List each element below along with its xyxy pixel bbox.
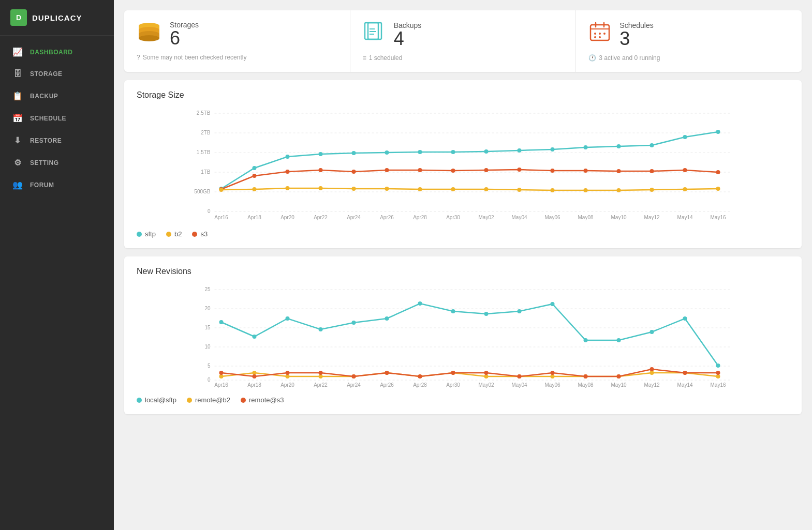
card-schedules-top: Schedules 3 [588,21,789,48]
svg-point-80 [716,170,720,174]
card-schedules: Schedules 3 🕐 3 active and 0 running [576,10,802,72]
backups-icon [363,21,386,48]
svg-point-168 [584,374,588,378]
svg-point-82 [253,187,257,191]
revisions-legend: local@sftp remote@b2 remote@s3 [137,396,789,404]
svg-point-143 [286,374,290,378]
svg-point-61 [617,144,621,148]
card-storages-top: Storages 6 [137,21,337,48]
svg-point-131 [418,301,422,306]
app-logo: D DUPLICACY [0,0,114,36]
svg-point-70 [385,168,389,172]
svg-point-93 [617,188,621,192]
svg-point-71 [418,168,422,172]
svg-text:May06: May06 [544,382,560,388]
s3-dot [192,232,197,237]
sidebar-item-schedule[interactable]: 📅 SCHEDULE [0,107,114,129]
dashboard-icon: 📈 [12,47,23,57]
svg-point-63 [683,135,687,139]
svg-point-165 [484,371,489,375]
svg-point-17 [599,33,601,35]
logo-icon: D [10,9,27,26]
sidebar-item-dashboard[interactable]: 📈 DASHBOARD [0,41,114,63]
revisions-svg: 25 20 15 10 5 0 Apr16 Apr18 Apr20 Apr22 … [137,284,789,388]
svg-text:May12: May12 [644,382,659,388]
svg-point-166 [518,374,522,378]
svg-point-129 [352,321,356,325]
sidebar-item-storage[interactable]: 🗄 STORAGE [0,63,114,85]
svg-point-85 [352,187,356,191]
svg-point-169 [617,374,621,378]
sidebar-item-setting[interactable]: ⚙ SETTING [0,152,114,174]
svg-point-58 [518,148,522,153]
sidebar-label-forum: FORUM [30,181,54,189]
local-sftp-label: local@sftp [145,396,176,404]
svg-text:5: 5 [208,363,211,369]
svg-point-163 [418,374,422,378]
svg-text:May08: May08 [578,215,593,220]
svg-text:1.5TB: 1.5TB [197,149,211,155]
svg-text:Apr30: Apr30 [446,215,460,220]
backups-value: 4 [394,29,422,48]
sidebar-label-schedule: SCHEDULE [30,115,66,122]
schedules-icon [588,21,611,48]
revisions-chart-title: New Revisions [137,267,789,276]
svg-point-134 [518,309,522,313]
svg-point-57 [484,149,489,154]
svg-point-75 [551,169,555,173]
svg-text:Apr18: Apr18 [247,382,261,388]
schedules-value: 3 [619,29,653,48]
svg-point-77 [617,169,621,173]
sidebar-label-restore: RESTORE [30,137,62,144]
svg-text:0: 0 [208,377,211,383]
schedule-icon: 📅 [12,113,23,123]
svg-point-128 [319,327,323,331]
svg-point-16 [594,33,596,35]
svg-point-170 [650,367,654,371]
backups-subtitle: ≡ 1 scheduled [363,54,564,62]
svg-point-125 [219,320,224,324]
svg-point-164 [451,371,455,375]
legend-remote-s3: remote@s3 [241,396,284,404]
svg-point-69 [352,170,356,174]
svg-point-72 [451,169,455,173]
legend-local-sftp: local@sftp [137,396,176,404]
svg-point-96 [716,187,720,191]
svg-text:May04: May04 [511,215,527,220]
forum-icon: 👥 [12,180,23,190]
svg-point-64 [716,130,720,134]
svg-text:Apr16: Apr16 [214,215,228,220]
card-storages: Storages 6 ? Some may not been checked r… [124,10,350,72]
svg-point-135 [551,302,555,306]
legend-remote-b2: remote@b2 [187,396,230,404]
svg-text:May14: May14 [677,215,692,220]
svg-point-126 [253,335,257,339]
sidebar-label-storage: STORAGE [30,70,63,78]
svg-text:May10: May10 [611,382,626,388]
sidebar-item-backup[interactable]: 📋 BACKUP [0,85,114,107]
svg-text:25: 25 [204,286,211,292]
storage-icon: 🗄 [12,69,23,79]
sidebar-item-forum[interactable]: 👥 FORUM [0,174,114,196]
svg-point-94 [650,188,654,192]
storage-svg: 2.5TB 2TB 1.5TB 1TB 500GB 0 Apr16 Apr18 … [137,108,789,222]
remote-b2-dot [187,398,192,403]
svg-point-87 [418,187,422,191]
svg-point-160 [319,371,323,375]
svg-point-159 [286,371,290,375]
svg-text:500GB: 500GB [194,189,210,194]
svg-point-157 [219,371,224,375]
backup-icon: 📋 [12,91,23,101]
svg-point-137 [617,338,621,342]
summary-cards: Storages 6 ? Some may not been checked r… [124,10,802,72]
svg-point-67 [286,170,290,174]
main-content: Storages 6 ? Some may not been checked r… [114,0,812,530]
svg-point-172 [716,371,720,375]
svg-point-127 [286,316,290,321]
remote-s3-dot [241,398,246,403]
svg-text:Apr22: Apr22 [314,215,328,220]
svg-point-78 [650,169,654,173]
svg-point-19 [594,36,596,38]
sidebar-item-restore[interactable]: ⬇ RESTORE [0,129,114,152]
sidebar: D DUPLICACY 📈 DASHBOARD 🗄 STORAGE 📋 BACK… [0,0,114,530]
